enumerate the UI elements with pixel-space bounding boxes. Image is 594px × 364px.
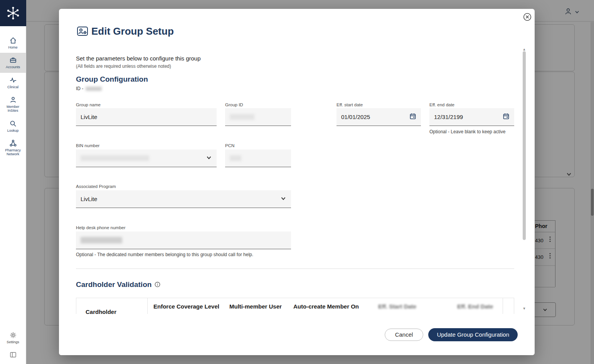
table-column-divider (503, 298, 503, 314)
sidebar-bottom: Settings (0, 328, 26, 364)
pcn-input[interactable] (225, 149, 291, 167)
network-logo-icon (6, 6, 20, 20)
sidebar-item-label: Settings (7, 340, 19, 344)
column-header-enforce-coverage-level: Enforce Coverage Level (153, 303, 219, 310)
sidebar-item-settings[interactable]: Settings (0, 328, 26, 347)
network-icon (9, 139, 17, 147)
home-icon (9, 37, 17, 44)
sidebar-item-label: Lookup (7, 129, 19, 133)
eff-start-date-value: 01/01/2025 (341, 114, 370, 120)
help-desk-phone-label: Help desk phone number (76, 225, 126, 230)
group-name-input[interactable]: LivLite (76, 108, 217, 126)
help-desk-phone-input[interactable] (76, 231, 291, 249)
eff-end-date-input[interactable]: 12/31/2199 (429, 108, 514, 126)
associated-program-label: Associated Program (76, 184, 116, 189)
section-divider (76, 268, 514, 269)
sidebar-item-label: Member InSites (5, 105, 22, 113)
sidebar-item-label: Pharmacy Network (4, 148, 22, 156)
eff-end-date-label: Eff. end date (429, 102, 454, 107)
group-id-line: ID - (76, 86, 102, 91)
sidebar-item-lookup[interactable]: Lookup (0, 116, 26, 136)
panel-collapse-icon (9, 351, 17, 359)
app-logo[interactable] (0, 0, 26, 26)
chevron-down-icon[interactable] (206, 154, 212, 162)
group-name-label: Group name (76, 102, 101, 107)
group-id-line-label: ID - (76, 86, 83, 91)
sidebar-collapse-button[interactable] (0, 347, 26, 364)
sidebar-item-label: Clinical (7, 85, 19, 89)
redacted-bin-value (81, 155, 149, 161)
group-name-value: LivLite (81, 114, 97, 120)
eff-start-date-label: Eff. start date (337, 102, 363, 107)
help-desk-phone-helper: Optional - The dedicated number members … (76, 252, 253, 257)
column-header-cardholder-validation: Cardholder Validation (86, 309, 143, 314)
clinical-pulse-icon (9, 76, 17, 84)
info-icon[interactable] (155, 282, 160, 289)
sidebar-item-clinical[interactable]: Clinical (0, 73, 26, 92)
sidebar-item-home[interactable]: Home (0, 33, 26, 53)
pcn-label: PCN (225, 143, 234, 148)
modal-close-button[interactable] (523, 12, 532, 22)
calendar-icon[interactable] (409, 113, 416, 121)
group-configuration-heading: Group Configuration (76, 75, 148, 84)
modal-scroll-down-icon[interactable]: ▼ (522, 306, 527, 311)
column-header-eff-start-date: Eff. Start Date (378, 303, 416, 310)
search-icon (9, 120, 17, 127)
eff-end-date-helper: Optional - Leave blank to keep active (429, 129, 505, 134)
cancel-button[interactable]: Cancel (385, 329, 424, 341)
update-group-configuration-button[interactable]: Update Group Configuration (428, 328, 518, 341)
close-icon (523, 12, 532, 22)
group-id-label: Group ID (225, 102, 243, 107)
sidebar-item-label: Accounts (6, 65, 20, 69)
person-icon (9, 96, 17, 104)
group-setup-icon (76, 25, 89, 39)
cardholder-validation-table: Cardholder Validation Enforce Coverage L… (76, 298, 514, 314)
sidebar-item-pharmacy-network[interactable]: Pharmacy Network (0, 136, 26, 160)
modal-title: Edit Group Setup (91, 25, 174, 37)
redacted-group-id (86, 87, 102, 91)
modal-footer: Cancel Update Group Configuration (59, 314, 535, 355)
eff-end-date-value: 12/31/2199 (434, 114, 463, 120)
cardholder-validation-header: Cardholder Validation (76, 280, 160, 289)
sidebar-item-label: Home (8, 45, 17, 49)
sidebar-item-member-insites[interactable]: Member InSites (0, 92, 26, 116)
modal-scrollbar-thumb[interactable] (523, 51, 526, 240)
sidebar-item-accounts[interactable]: Accounts (0, 53, 26, 72)
table-column-divider (147, 298, 148, 314)
associated-program-value: LivLite (81, 196, 97, 202)
bin-number-label: BIN number (76, 143, 99, 148)
eff-start-date-input[interactable]: 01/01/2025 (337, 108, 421, 126)
group-id-input[interactable] (225, 108, 291, 126)
sidebar-nav: Home Accounts Clinical Member InSites (0, 33, 26, 160)
bin-number-select[interactable] (76, 149, 217, 167)
briefcase-icon (9, 56, 17, 64)
app-root: Phor 430 430 2 (0, 0, 594, 364)
sidebar: Home Accounts Clinical Member InSites (0, 0, 26, 364)
calendar-icon[interactable] (503, 113, 510, 121)
redacted-pcn-value (230, 155, 241, 161)
redacted-group-id-value (230, 114, 254, 120)
column-header-auto-create-member-on: Auto-create Member On (293, 303, 359, 310)
associated-program-select[interactable]: LivLite (76, 190, 291, 208)
modal-intro-note: (All fields are required unless otherwis… (76, 64, 171, 69)
edit-group-setup-modal: Edit Group Setup Set the parameters belo… (59, 9, 535, 355)
column-header-eff-end-date: Eff. End Date (457, 303, 493, 310)
chevron-down-icon[interactable] (280, 195, 286, 203)
cardholder-validation-heading: Cardholder Validation (76, 280, 151, 289)
redacted-help-desk-value (81, 237, 122, 243)
gear-icon (9, 331, 17, 339)
column-header-multi-member-user: Multi-member User (229, 303, 282, 310)
modal-intro: Set the parameters below to configure th… (76, 55, 201, 62)
